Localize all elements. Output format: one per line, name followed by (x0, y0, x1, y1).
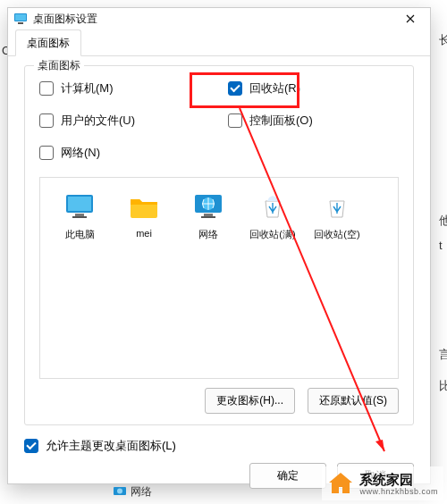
stray-text: t (439, 239, 443, 252)
checkbox-user-files[interactable]: 用户的文件(U) (39, 113, 210, 129)
stray-text: 长 (439, 32, 447, 48)
network-globe-icon (192, 190, 224, 223)
icon-preview-list: 此电脑 mei 网络 (39, 177, 399, 379)
dialog-content: 桌面图标 计算机(M) 回收站(R) 用户的文件(U) 控制面板(O) (8, 56, 430, 454)
stray-text: 他 (439, 213, 447, 229)
tab-strip: 桌面图标 (8, 29, 430, 56)
svg-rect-10 (201, 216, 215, 218)
checkbox-label: 网络(N) (61, 145, 100, 161)
preview-item-recycle-empty[interactable]: 回收站(空) (305, 187, 369, 245)
checkbox-label: 回收站(R) (249, 80, 300, 97)
recycle-bin-full-icon (257, 190, 289, 223)
checkbox-label: 用户的文件(U) (61, 113, 135, 129)
preview-label: mei (136, 228, 152, 239)
checkbox-control-panel[interactable]: 控制面板(O) (228, 113, 399, 129)
stray-text: 比 (439, 378, 447, 394)
preview-item-user-folder[interactable]: mei (112, 187, 176, 242)
change-icon-button[interactable]: 更改图标(H)... (205, 388, 295, 414)
checkbox-label: 控制面板(O) (249, 113, 313, 129)
checkbox-recycle-bin[interactable]: 回收站(R) (228, 80, 399, 97)
svg-rect-6 (72, 216, 87, 218)
network-mini-icon (113, 485, 127, 500)
folder-icon (128, 190, 160, 223)
tab-desktop-icons[interactable]: 桌面图标 (15, 29, 81, 56)
preview-label: 回收站(满) (249, 228, 295, 241)
watermark-url: www.hnzkhbsb.com (359, 487, 438, 496)
background-nav-item: 网络 (113, 484, 152, 500)
svg-rect-5 (75, 214, 84, 216)
svg-rect-4 (68, 197, 91, 211)
ok-button[interactable]: 确定 (249, 463, 326, 489)
restore-default-button[interactable]: 还原默认值(S) (308, 388, 399, 414)
preview-item-this-pc[interactable]: 此电脑 (47, 187, 112, 245)
monitor-icon (63, 190, 96, 223)
background-nav-label: 网络 (131, 484, 152, 500)
icon-button-row: 更改图标(H)... 还原默认值(S) (39, 388, 399, 414)
preview-item-network[interactable]: 网络 (176, 187, 240, 245)
checkbox-computer[interactable]: 计算机(M) (39, 80, 210, 97)
preview-label: 回收站(空) (314, 228, 359, 241)
checkbox-box (39, 113, 54, 128)
watermark: 系统家园 www.hnzkhbsb.com (322, 466, 443, 500)
desktop-icon-settings-dialog: 桌面图标设置 桌面图标 桌面图标 计算机(M) 回收站(R) 用户的文件( (7, 7, 431, 484)
titlebar: 桌面图标设置 (8, 8, 430, 29)
checkbox-box (39, 81, 54, 96)
checkbox-network[interactable]: 网络(N) (39, 145, 210, 161)
checkbox-label: 计算机(M) (61, 80, 114, 97)
group-legend: 桌面图标 (34, 58, 84, 73)
preview-label: 此电脑 (65, 228, 95, 241)
checkbox-label: 允许主题更改桌面图标(L) (46, 438, 176, 454)
house-icon (327, 470, 354, 497)
window-title: 桌面图标设置 (33, 12, 394, 27)
recycle-bin-empty-icon (321, 190, 353, 223)
preview-item-recycle-full[interactable]: 回收站(满) (240, 187, 305, 245)
svg-point-14 (117, 488, 122, 493)
checkbox-box (24, 439, 38, 453)
stray-text: 言 (439, 347, 447, 363)
close-button[interactable] (394, 8, 426, 29)
desktop-icons-group: 桌面图标 计算机(M) 回收站(R) 用户的文件(U) 控制面板(O) (24, 65, 414, 425)
svg-rect-9 (204, 214, 213, 216)
checkbox-allow-theme-change[interactable]: 允许主题更改桌面图标(L) (24, 438, 414, 454)
checkbox-box (228, 81, 242, 96)
checkbox-box (228, 113, 242, 128)
app-icon (13, 12, 28, 26)
watermark-title: 系统家园 (359, 472, 413, 487)
checkbox-box (39, 146, 54, 160)
preview-label: 网络 (198, 228, 218, 241)
svg-rect-1 (15, 14, 26, 21)
svg-rect-2 (18, 22, 23, 24)
